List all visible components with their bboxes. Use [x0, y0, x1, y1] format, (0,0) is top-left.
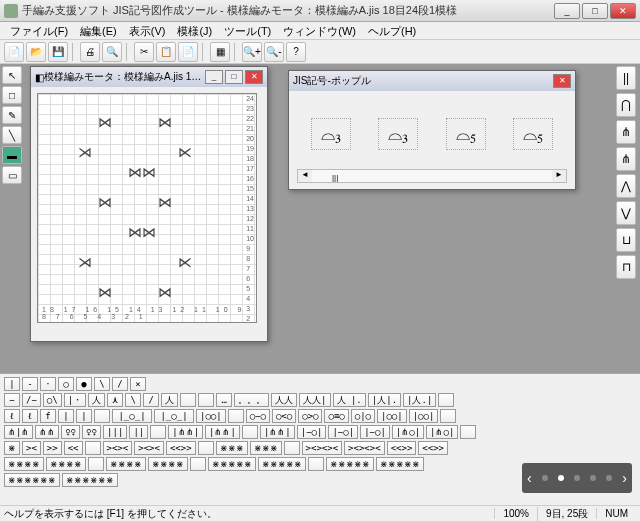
symbol-button[interactable]: 人 — [161, 393, 178, 407]
symbol-button[interactable]: … — [216, 393, 232, 407]
prev-icon[interactable]: ‹ — [527, 470, 532, 486]
preview-button[interactable]: 🔍 — [102, 42, 122, 62]
carousel-overlay[interactable]: ‹ › — [522, 463, 632, 493]
symbol-button[interactable]: ○ — [58, 377, 74, 391]
symbol-button[interactable]: ⋇⋇⋇⋇⋇⋇ — [62, 473, 118, 487]
symbol-button[interactable]: << — [64, 441, 83, 455]
symbol-button[interactable]: >< — [22, 441, 41, 455]
symbol-button[interactable]: · — [40, 377, 56, 391]
zoomout-button[interactable]: 🔍- — [264, 42, 284, 62]
symbol-button[interactable]: |○○| — [196, 409, 226, 423]
editor-close-button[interactable]: ✕ — [245, 70, 263, 84]
pointer-tool[interactable]: ↖ — [2, 66, 22, 84]
symbol-button[interactable]: |○○| — [409, 409, 439, 423]
symbol-button[interactable]: |人.| — [403, 393, 436, 407]
symbol-button[interactable] — [440, 409, 456, 423]
symbol-button[interactable]: / — [112, 377, 128, 391]
symbol-button[interactable]: |_○_| — [112, 409, 152, 423]
symbol-button[interactable] — [438, 393, 454, 407]
symbol-button[interactable]: ● — [76, 377, 92, 391]
symbol-button[interactable]: | — [76, 409, 92, 423]
pattern-editor-window[interactable]: ◧ 模様編みモータ：模様編みA.jis 18目... _ □ ✕ ⋈ ⋈ ⋊ ⋉… — [30, 66, 268, 342]
symbol-button[interactable]: 人人| — [299, 393, 330, 407]
symbol-button[interactable]: f — [40, 409, 56, 423]
line-tool[interactable]: ╲ — [2, 126, 22, 144]
maximize-button[interactable]: □ — [582, 3, 608, 19]
sym-r7[interactable]: ⊔ — [616, 228, 636, 252]
symbol-button[interactable] — [150, 425, 166, 439]
symbol-button[interactable]: ○>○ — [298, 409, 322, 423]
symbol-button[interactable]: |人|. — [368, 393, 401, 407]
symbol-button[interactable]: ⋇⋇⋇ — [250, 441, 282, 455]
editor-max-button[interactable]: □ — [225, 70, 243, 84]
symbol-button[interactable] — [460, 425, 476, 439]
symbol-button[interactable]: <<>> — [418, 441, 448, 455]
symbol-button[interactable]: ○|○ — [351, 409, 375, 423]
symbol-button[interactable]: ○≡○ — [324, 409, 348, 423]
symbol-button[interactable]: \ — [125, 393, 141, 407]
symbol-button[interactable]: ○<○ — [272, 409, 296, 423]
symbol-button[interactable] — [198, 393, 214, 407]
erase-tool[interactable]: ▭ — [2, 166, 22, 184]
symbol-button[interactable]: ○−○ — [246, 409, 270, 423]
popup-scrollbar[interactable]: ◄ ||| ► — [297, 169, 567, 183]
save-button[interactable]: 💾 — [48, 42, 68, 62]
symbol-button[interactable]: ○\ — [43, 393, 62, 407]
print-button[interactable]: 🖨 — [80, 42, 100, 62]
copy-button[interactable]: 📋 — [156, 42, 176, 62]
menu-模様(J)[interactable]: 模様(J) — [171, 22, 218, 39]
sym-r8[interactable]: ⊓ — [616, 255, 636, 279]
page-dot[interactable] — [590, 475, 596, 481]
symbol-button[interactable] — [180, 393, 196, 407]
symbol-button[interactable] — [88, 457, 104, 471]
symbol-button[interactable]: 人人 — [271, 393, 297, 407]
symbol-button[interactable]: ♀♀ — [82, 425, 101, 439]
symbol-button[interactable]: ⋇ — [4, 441, 20, 455]
symbol-button[interactable]: ℓ — [4, 409, 20, 423]
symbol-button[interactable]: 人 |. — [333, 393, 366, 407]
symbol-button[interactable]: ⋇⋇⋇⋇⋇ — [376, 457, 424, 471]
paste-button[interactable]: 📄 — [178, 42, 198, 62]
symbol-button[interactable]: ><>< — [134, 441, 164, 455]
open-button[interactable]: 📂 — [26, 42, 46, 62]
symbol-button[interactable]: ⋇⋇⋇⋇⋇ — [258, 457, 306, 471]
symbol-button[interactable]: × — [130, 377, 146, 391]
symbol-button[interactable]: <<>> — [387, 441, 417, 455]
sym-r6[interactable]: ⋁ — [616, 201, 636, 225]
symbol-button[interactable]: |−○| — [328, 425, 358, 439]
symbol-button[interactable] — [242, 425, 258, 439]
symbol-button[interactable]: |○○| — [377, 409, 407, 423]
symbol-button[interactable]: ⋇⋇⋇⋇ — [4, 457, 44, 471]
symbol-button[interactable] — [284, 441, 300, 455]
symbol-button[interactable]: |−○| — [360, 425, 390, 439]
page-dot[interactable] — [558, 475, 564, 481]
scroll-right-icon[interactable]: ► — [552, 170, 566, 182]
popup-close-button[interactable]: ✕ — [553, 74, 571, 88]
symbol-button[interactable] — [85, 441, 101, 455]
symbol-button[interactable] — [308, 457, 324, 471]
symbol-button[interactable]: ⋔⋔ — [35, 425, 59, 439]
symbol-button[interactable]: |_○_| — [154, 409, 194, 423]
select-tool[interactable]: □ — [2, 86, 22, 104]
symbol-button[interactable] — [198, 441, 214, 455]
symbol-button[interactable]: ⋇⋇⋇⋇⋇⋇ — [4, 473, 60, 487]
symbol-button[interactable]: ><><>< — [344, 441, 385, 455]
symbol-button[interactable]: ⋇⋇⋇⋇⋇ — [208, 457, 256, 471]
symbol-button[interactable]: | — [58, 409, 74, 423]
symbol-button[interactable]: |−○| — [297, 425, 327, 439]
new-button[interactable]: 📄 — [4, 42, 24, 62]
symbol-button[interactable]: /− — [22, 393, 41, 407]
symbol-button[interactable] — [190, 457, 206, 471]
popup-symbol-4[interactable]: ⌓₅ — [513, 118, 553, 150]
symbol-button[interactable]: ⋇⋇⋇⋇ — [106, 457, 146, 471]
jis-symbol-popup[interactable]: JIS記号-ポップル ✕ ⌓₃ ⌓₃ ⌓₅ ⌓₅ ◄ ||| ► — [288, 70, 576, 190]
popup-symbol-2[interactable]: ⌓₃ — [378, 118, 418, 150]
symbol-button[interactable]: ℓ — [22, 409, 38, 423]
symbol-button[interactable]: - — [22, 377, 38, 391]
symbol-button[interactable]: |⋔○| — [426, 425, 458, 439]
popup-symbol-3[interactable]: ⌓₅ — [446, 118, 486, 150]
symbol-button[interactable]: || — [129, 425, 148, 439]
menu-ヘルプ(H)[interactable]: ヘルプ(H) — [362, 22, 422, 39]
symbol-button[interactable]: ⋇⋇⋇⋇ — [46, 457, 86, 471]
symbol-button[interactable]: | — [4, 377, 20, 391]
